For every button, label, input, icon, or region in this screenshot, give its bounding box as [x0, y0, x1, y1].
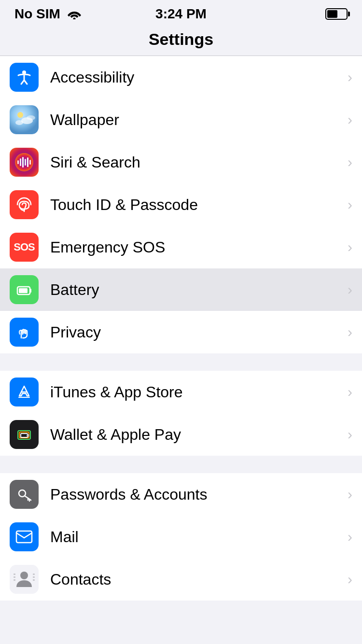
- battery-row[interactable]: Battery ›: [0, 268, 362, 311]
- svg-rect-29: [14, 574, 15, 575]
- svg-rect-21: [21, 434, 28, 437]
- svg-rect-27: [16, 531, 32, 543]
- battery-status-icon: [325, 8, 348, 20]
- svg-rect-31: [14, 579, 15, 581]
- svg-rect-32: [33, 574, 35, 575]
- appstore-icon: [10, 378, 39, 406]
- accessibility-chevron: ›: [348, 69, 352, 85]
- siri-icon: [10, 148, 39, 177]
- svg-rect-16: [19, 288, 28, 293]
- contacts-chevron: ›: [348, 571, 352, 588]
- svg-rect-34: [33, 579, 35, 581]
- svg-point-22: [27, 434, 29, 437]
- battery-chevron: ›: [348, 281, 352, 298]
- wallpaper-label: Wallpaper: [50, 111, 343, 129]
- siri-label: Siri & Search: [50, 154, 343, 171]
- sos-row[interactable]: SOS Emergency SOS ›: [0, 226, 362, 268]
- wallet-chevron: ›: [348, 426, 352, 443]
- svg-point-5: [15, 120, 23, 125]
- svg-rect-10: [22, 157, 24, 168]
- touchid-row[interactable]: Touch ID & Passcode ›: [0, 183, 362, 226]
- contacts-icon: [10, 565, 39, 594]
- accessibility-icon: [10, 63, 39, 92]
- passwords-row[interactable]: Passwords & Accounts ›: [0, 473, 362, 516]
- siri-chevron: ›: [348, 154, 352, 170]
- page-title: Settings: [0, 30, 362, 49]
- svg-point-3: [17, 112, 23, 118]
- wallpaper-chevron: ›: [348, 112, 352, 128]
- status-bar: No SIM 3:24 PM: [0, 0, 362, 26]
- siri-row[interactable]: Siri & Search ›: [0, 141, 362, 183]
- passwords-label: Passwords & Accounts: [50, 486, 343, 504]
- svg-point-35: [20, 572, 28, 579]
- status-left: No SIM: [14, 6, 82, 22]
- battery-label: Battery: [50, 281, 343, 299]
- mail-row[interactable]: Mail ›: [0, 516, 362, 558]
- svg-point-6: [27, 115, 35, 120]
- contacts-row[interactable]: Contacts ›: [0, 558, 362, 601]
- carrier-label: No SIM: [14, 6, 60, 22]
- status-time: 3:24 PM: [155, 6, 207, 22]
- settings-section-1: Accessibility › Wallpaper ›: [0, 56, 362, 353]
- contacts-label: Contacts: [50, 571, 343, 588]
- wallet-row[interactable]: Wallet & Apple Pay ›: [0, 413, 362, 456]
- mail-chevron: ›: [348, 529, 352, 545]
- wallpaper-row[interactable]: Wallpaper ›: [0, 98, 362, 141]
- svg-rect-11: [25, 159, 26, 166]
- accessibility-row[interactable]: Accessibility ›: [0, 56, 362, 98]
- wallpaper-icon: [10, 105, 39, 134]
- status-right: [325, 8, 348, 20]
- privacy-row[interactable]: Privacy ›: [0, 311, 362, 353]
- settings-section-2: iTunes & App Store › Wallet & Apple Pay …: [0, 371, 362, 456]
- svg-point-0: [73, 18, 75, 20]
- svg-rect-30: [14, 576, 15, 578]
- touchid-icon: [10, 190, 39, 219]
- svg-rect-15: [30, 289, 31, 293]
- svg-rect-13: [29, 160, 31, 165]
- svg-rect-12: [27, 157, 28, 167]
- privacy-chevron: ›: [348, 324, 352, 340]
- svg-rect-33: [33, 576, 35, 578]
- sos-label: Emergency SOS: [50, 238, 343, 256]
- passwords-icon: [10, 480, 39, 509]
- section-gap-2: [0, 456, 362, 473]
- section-gap-1: [0, 353, 362, 371]
- wallet-icon: [10, 420, 39, 449]
- mail-label: Mail: [50, 528, 343, 546]
- appstore-row[interactable]: iTunes & App Store ›: [0, 371, 362, 413]
- wifi-icon: [67, 9, 82, 19]
- battery-row-icon: [10, 275, 39, 304]
- passwords-chevron: ›: [348, 486, 352, 503]
- privacy-icon: [10, 318, 39, 347]
- appstore-label: iTunes & App Store: [50, 383, 343, 401]
- sos-icon: SOS: [10, 233, 39, 262]
- mail-icon: [10, 522, 39, 551]
- accessibility-label: Accessibility: [50, 69, 343, 86]
- wallet-label: Wallet & Apple Pay: [50, 426, 343, 444]
- privacy-label: Privacy: [50, 323, 343, 341]
- sos-chevron: ›: [348, 239, 352, 255]
- navigation-title: Settings: [0, 26, 362, 56]
- settings-section-3: Passwords & Accounts › Mail ›: [0, 473, 362, 601]
- svg-rect-9: [20, 158, 21, 166]
- touchid-chevron: ›: [348, 196, 352, 213]
- touchid-label: Touch ID & Passcode: [50, 196, 343, 214]
- appstore-chevron: ›: [348, 384, 352, 400]
- svg-rect-8: [17, 160, 19, 164]
